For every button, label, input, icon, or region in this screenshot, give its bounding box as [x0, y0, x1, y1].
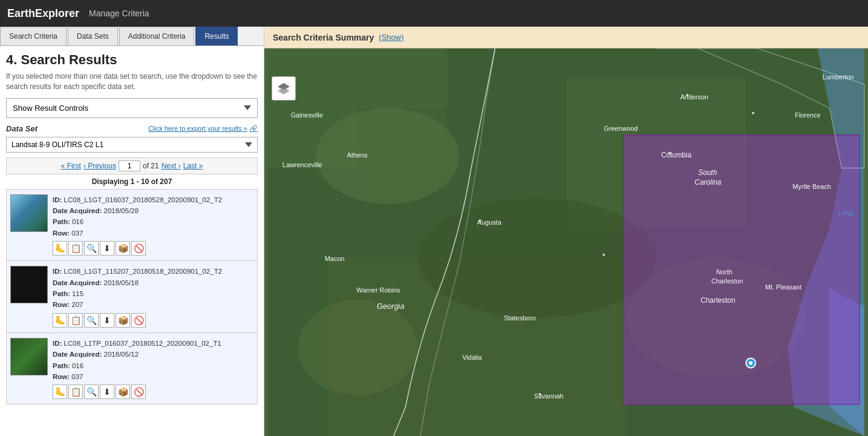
previous-page-link[interactable]: ‹ Previous — [83, 162, 116, 170]
svg-point-38 — [752, 112, 754, 114]
svg-text:Savannah: Savannah — [534, 392, 564, 400]
panel-content: 4. Search Results If you selected more t… — [0, 46, 264, 436]
section-heading: 4. Search Results — [6, 52, 258, 68]
action-exclude[interactable]: 🚫 — [131, 241, 146, 256]
tab-search-criteria[interactable]: Search Criteria — [0, 27, 67, 45]
map-background[interactable]: Anderson Gainesville Lawrenceville Athen… — [264, 48, 868, 436]
result-info: ID: LC08_L1GT_115207_20180518_20200901_0… — [53, 266, 253, 328]
svg-marker-1 — [278, 87, 290, 94]
svg-text:Mt. Pleasant: Mt. Pleasant — [765, 283, 801, 291]
svg-text:Gainesville: Gainesville — [291, 111, 323, 119]
main-layout: Search Criteria Data Sets Additional Cri… — [0, 27, 868, 436]
page-number-input[interactable] — [119, 160, 140, 171]
tab-data-sets[interactable]: Data Sets — [68, 27, 118, 45]
action-browse[interactable]: 📋 — [68, 313, 83, 328]
pagination-bar: « First ‹ Previous of 21 Next › Last » — [6, 157, 258, 174]
result-controls-dropdown[interactable]: Show Result Controls — [6, 98, 258, 118]
svg-point-11 — [298, 300, 418, 395]
svg-text:Charleston: Charleston — [711, 277, 743, 285]
result-item: ID: LC08_L1GT_016037_20180528_20200901_0… — [6, 189, 258, 261]
date-value: 2018/05/18 — [104, 279, 139, 286]
action-download[interactable]: ⬇ — [100, 313, 114, 328]
displaying-count: Displaying 1 - 10 of 207 — [6, 176, 258, 189]
action-footprint[interactable]: 🦶 — [53, 313, 67, 328]
layers-icon — [277, 82, 290, 95]
manage-criteria-link[interactable]: Manage Criteria — [89, 8, 149, 18]
date-value: 2018/05/12 — [104, 351, 139, 358]
date-label: Date Acquired: — [53, 207, 102, 214]
action-browse[interactable]: 📋 — [68, 241, 83, 256]
result-thumbnail — [10, 338, 48, 375]
of-total-pages: of 21 — [143, 162, 159, 170]
export-link[interactable]: Click here to export your results » 🔗 — [148, 125, 258, 133]
id-label: ID: — [53, 340, 62, 347]
action-browse[interactable]: 📋 — [68, 385, 83, 399]
top-navigation: EarthExplorer Manage Criteria — [0, 0, 868, 27]
svg-text:Lumberton: Lumberton — [823, 73, 854, 81]
svg-text:Georgia: Georgia — [377, 302, 405, 311]
svg-text:North: North — [716, 268, 733, 276]
svg-text:Charleston: Charleston — [700, 296, 735, 305]
result-thumbnail — [10, 266, 48, 303]
results-wrapper: « First ‹ Previous of 21 Next › Last » D… — [6, 157, 258, 405]
tabs-bar: Search Criteria Data Sets Additional Cri… — [0, 27, 264, 46]
banner-title: Search Criteria Summary — [273, 33, 374, 42]
action-order[interactable]: 📦 — [116, 385, 130, 399]
export-icon: 🔗 — [249, 125, 258, 133]
row-label: Row: — [53, 230, 70, 237]
tab-additional-criteria[interactable]: Additional Criteria — [119, 27, 195, 45]
row-value: 207 — [71, 301, 83, 308]
action-download[interactable]: ⬇ — [100, 385, 114, 399]
result-item: ID: LC08_L1TP_016037_20180512_20200901_0… — [6, 332, 258, 405]
map-panel: Search Criteria Summary (Show) — [264, 27, 868, 436]
action-download[interactable]: ⬇ — [100, 241, 114, 256]
svg-text:Lawrenceville: Lawrenceville — [282, 161, 322, 168]
dataset-label: Data Set — [6, 124, 38, 133]
svg-text:Athens: Athens — [347, 151, 368, 159]
last-page-link[interactable]: Last » — [183, 162, 203, 170]
search-banner: Search Criteria Summary (Show) — [264, 27, 868, 48]
path-label: Path: — [53, 362, 70, 369]
results-list: ID: LC08_L1GT_016037_20180528_20200901_0… — [6, 189, 258, 405]
svg-text:Carolina: Carolina — [694, 178, 722, 187]
svg-text:Warner Robins: Warner Robins — [356, 286, 400, 294]
date-label: Date Acquired: — [53, 351, 102, 358]
first-page-link[interactable]: « First — [61, 162, 81, 170]
id-label: ID: — [53, 268, 62, 275]
show-criteria-link[interactable]: (Show) — [379, 33, 403, 42]
app-title: EarthExplorer — [7, 7, 79, 20]
section-description: If you selected more than one data set t… — [6, 71, 258, 92]
action-metadata[interactable]: 🔍 — [84, 313, 99, 328]
action-exclude[interactable]: 🚫 — [131, 385, 146, 399]
map-layer-button[interactable] — [272, 76, 296, 101]
result-info: ID: LC08_L1TP_016037_20180512_20200901_0… — [53, 338, 253, 400]
id-value: LC08_L1GT_115207_20180518_20200901_02_T2 — [64, 268, 223, 275]
action-footprint[interactable]: 🦶 — [53, 385, 67, 399]
svg-text:Long: Long — [838, 209, 852, 216]
svg-point-8 — [316, 108, 459, 204]
date-label: Date Acquired: — [53, 279, 102, 286]
action-metadata[interactable]: 🔍 — [84, 385, 99, 399]
svg-text:Myrtle Beach: Myrtle Beach — [792, 183, 830, 190]
result-actions: 🦶 📋 🔍 ⬇ 📦 🚫 — [53, 313, 253, 328]
action-metadata[interactable]: 🔍 — [84, 241, 99, 256]
tab-results[interactable]: Results — [195, 27, 238, 45]
action-exclude[interactable]: 🚫 — [131, 313, 146, 328]
svg-text:Statesboro: Statesboro — [504, 314, 536, 322]
svg-text:Greenwood: Greenwood — [604, 125, 638, 132]
action-footprint[interactable]: 🦶 — [53, 241, 67, 256]
result-actions: 🦶 📋 🔍 ⬇ 📦 🚫 — [53, 385, 253, 399]
result-item: ID: LC08_L1GT_115207_20180518_20200901_0… — [6, 260, 258, 332]
svg-text:Florence: Florence — [795, 111, 820, 119]
svg-text:Vidalia: Vidalia — [462, 354, 482, 361]
svg-point-41 — [539, 393, 541, 395]
row-label: Row: — [53, 373, 70, 380]
row-value: 037 — [71, 230, 83, 237]
path-label: Path: — [53, 218, 70, 225]
next-page-link[interactable]: Next › — [162, 162, 181, 170]
dataset-select[interactable]: Landsat 8-9 OLI/TIRS C2 L1 — [6, 137, 258, 153]
svg-point-13 — [749, 362, 752, 365]
action-order[interactable]: 📦 — [116, 313, 130, 328]
id-label: ID: — [53, 196, 62, 203]
action-order[interactable]: 📦 — [116, 241, 130, 256]
